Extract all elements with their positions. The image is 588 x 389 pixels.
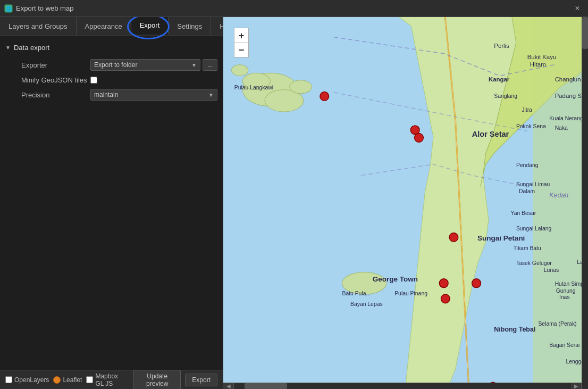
tab-settings[interactable]: Settings [169, 17, 211, 36]
exporter-row: Exporter Export to folder ▼ ... [0, 57, 223, 73]
bottom-bar: OpenLayers Leaflet Mapbox GL JS Update p… [0, 370, 223, 389]
svg-text:Batu Pula...: Batu Pula... [342, 291, 371, 296]
title-bar: 🌐 Export to web map × [0, 0, 588, 17]
section-toggle-icon: ▼ [5, 45, 11, 51]
openlayers-option[interactable]: OpenLayers [5, 376, 49, 384]
scroll-right-button[interactable]: ▶ [571, 383, 582, 390]
minify-label: Minify GeoJSON files [21, 76, 90, 84]
exporter-dropdown[interactable]: Export to folder ▼ [90, 59, 200, 71]
svg-point-50 [439, 279, 448, 288]
svg-text:Tasek Gelugor: Tasek Gelugor [516, 260, 552, 266]
svg-text:Inas: Inas [559, 294, 570, 300]
close-button[interactable]: × [571, 2, 584, 15]
window-title: Export to web map [16, 4, 73, 12]
title-bar-left: 🌐 Export to web map [4, 4, 73, 13]
svg-text:Changlun: Changlun [555, 76, 581, 82]
openlayers-checkbox[interactable] [5, 376, 12, 383]
svg-text:Selama (Perak): Selama (Perak) [538, 321, 576, 327]
svg-text:Tikam Batu: Tikam Batu [514, 245, 541, 251]
map-scrollbar-right[interactable] [582, 17, 588, 389]
map-scrollbar-track[interactable] [234, 383, 571, 389]
precision-dropdown[interactable]: maintain ▼ [90, 89, 217, 101]
exporter-value: Export to folder [94, 61, 137, 69]
form-rows: Exporter Export to folder ▼ ... Minify G… [0, 55, 223, 105]
leaflet-dot-icon [53, 376, 61, 384]
svg-text:🌐: 🌐 [6, 6, 12, 12]
svg-text:Kuala Nerang: Kuala Nerang [549, 115, 583, 121]
svg-text:Bayan Lepas: Bayan Lepas [350, 301, 383, 307]
tab-layers-groups[interactable]: Layers and Groups [0, 17, 77, 36]
svg-text:Alor Setar: Alor Setar [472, 130, 509, 138]
svg-point-46 [320, 92, 329, 101]
minify-control [90, 77, 217, 84]
precision-value: maintain [94, 91, 118, 98]
mapbox-checkbox[interactable] [86, 376, 93, 383]
svg-text:Sanglang: Sanglang [494, 93, 517, 99]
dropdown-arrow-icon: ▼ [191, 62, 197, 68]
precision-label: Precision [21, 91, 90, 99]
svg-text:Perlis: Perlis [494, 43, 509, 49]
mapbox-label: Mapbox GL JS [95, 373, 125, 387]
tab-bar: Layers and Groups Appearance Export Sett… [0, 17, 223, 36]
panel-content: ▼ Data export Exporter Export to folder … [0, 36, 223, 370]
svg-text:Kedah: Kedah [549, 192, 568, 199]
svg-text:Kangar: Kangar [489, 76, 510, 82]
svg-text:Bagan Serai: Bagan Serai [549, 342, 579, 348]
svg-rect-3 [533, 17, 588, 389]
map-scrollbar-thumb[interactable] [582, 17, 588, 49]
svg-point-49 [449, 233, 458, 242]
svg-text:Hitam: Hitam [530, 61, 546, 68]
svg-text:Gunung: Gunung [556, 288, 576, 294]
svg-point-7 [232, 65, 248, 76]
svg-point-48 [415, 134, 424, 143]
svg-text:Naka: Naka [555, 125, 568, 131]
map-scrollbar-bottom[interactable]: ◀ ▶ [223, 383, 582, 389]
leaflet-label: Leaflet [63, 376, 82, 384]
svg-text:Dalam: Dalam [519, 188, 535, 194]
svg-text:Pokok Sena: Pokok Sena [516, 123, 546, 129]
tab-appearance[interactable]: Appearance [77, 17, 131, 36]
left-panel: Layers and Groups Appearance Export Sett… [0, 17, 223, 389]
svg-point-52 [441, 294, 450, 303]
precision-row: Precision maintain ▼ [0, 87, 223, 103]
svg-text:Pendang: Pendang [516, 162, 539, 168]
svg-text:Lunas: Lunas [544, 267, 559, 273]
svg-point-8 [290, 80, 312, 94]
zoom-out-button[interactable]: − [234, 43, 249, 57]
svg-text:Sungai Petani: Sungai Petani [477, 234, 525, 242]
map-area: Perlis Bukit Kayu Hitam Changlun Kangar … [223, 17, 588, 389]
map-scrollbar-h-thumb[interactable] [245, 383, 287, 389]
exporter-control: Export to folder ▼ ... [90, 59, 217, 71]
svg-text:Pulau Pinang: Pulau Pinang [394, 291, 427, 296]
tab-export-wrapper: Export [131, 17, 169, 36]
mapbox-option[interactable]: Mapbox GL JS [86, 373, 125, 387]
data-export-section-header[interactable]: ▼ Data export [0, 40, 223, 55]
update-preview-button[interactable]: Update preview [133, 370, 181, 390]
svg-text:Jitra: Jitra [522, 107, 532, 113]
leaflet-option[interactable]: Leaflet [53, 376, 82, 384]
exporter-label: Exporter [21, 61, 90, 69]
precision-dropdown-arrow-icon: ▼ [208, 92, 214, 98]
minify-checkbox[interactable] [90, 77, 97, 84]
scroll-left-button[interactable]: ◀ [223, 383, 234, 390]
svg-text:Pulau Langkawi: Pulau Langkawi [234, 85, 273, 90]
tab-export[interactable]: Export [131, 17, 169, 35]
map-background: Perlis Bukit Kayu Hitam Changlun Kangar … [223, 17, 588, 389]
svg-text:Bukit Kayu: Bukit Kayu [527, 54, 557, 60]
app-icon: 🌐 [4, 4, 13, 13]
svg-text:Nibong Tebal: Nibong Tebal [494, 326, 535, 333]
zoom-in-button[interactable]: + [234, 28, 249, 43]
section-title: Data export [14, 44, 49, 52]
precision-control: maintain ▼ [90, 89, 217, 101]
minify-row: Minify GeoJSON files [0, 73, 223, 87]
zoom-controls: + − [234, 28, 249, 57]
svg-text:Yan Besar: Yan Besar [510, 210, 536, 216]
exporter-dots-button[interactable]: ... [203, 59, 217, 71]
openlayers-label: OpenLayers [14, 376, 49, 384]
svg-text:George Town: George Town [373, 275, 418, 283]
svg-text:Sungai Lalang: Sungai Lalang [516, 226, 552, 231]
export-button[interactable]: Export [185, 374, 217, 386]
svg-text:Sungai Limau: Sungai Limau [516, 181, 550, 187]
svg-point-51 [472, 279, 481, 288]
main-content: Layers and Groups Appearance Export Sett… [0, 17, 588, 389]
